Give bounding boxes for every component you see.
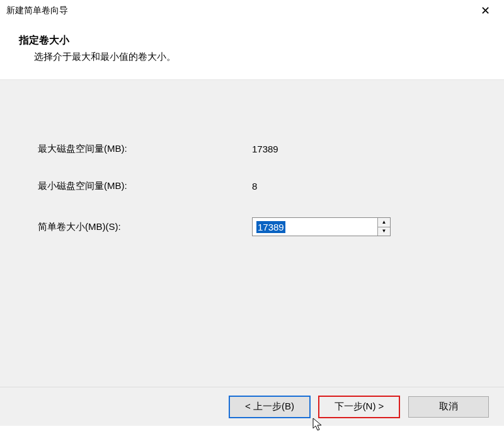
- spinner-up-icon[interactable]: ▲: [378, 218, 390, 227]
- volume-size-input[interactable]: 17389: [253, 218, 377, 236]
- max-disk-value: 17389: [252, 144, 278, 154]
- max-disk-label: 最大磁盘空间量(MB):: [38, 143, 252, 155]
- wizard-header: 指定卷大小 选择介于最大和最小值的卷大小。: [0, 21, 504, 79]
- volume-size-spinner[interactable]: 17389 ▲ ▼: [252, 217, 391, 236]
- spinner-buttons: ▲ ▼: [377, 218, 390, 236]
- page-subtitle: 选择介于最大和最小值的卷大小。: [19, 51, 485, 63]
- page-title: 指定卷大小: [19, 34, 485, 47]
- volume-size-value[interactable]: 17389: [256, 221, 285, 233]
- spinner-down-icon[interactable]: ▼: [378, 227, 390, 236]
- close-icon[interactable]: ✕: [476, 3, 495, 19]
- titlebar: 新建简单卷向导 ✕: [0, 0, 504, 21]
- wizard-footer: < 上一步(B) 下一步(N) > 取消: [0, 387, 504, 426]
- min-disk-row: 最小磁盘空间量(MB): 8: [38, 180, 466, 192]
- max-disk-row: 最大磁盘空间量(MB): 17389: [38, 143, 466, 155]
- wizard-content: 最大磁盘空间量(MB): 17389 最小磁盘空间量(MB): 8 简单卷大小(…: [0, 80, 504, 387]
- window-title: 新建简单卷向导: [6, 5, 68, 16]
- cancel-button[interactable]: 取消: [408, 396, 489, 418]
- volume-size-label: 简单卷大小(MB)(S):: [38, 221, 252, 233]
- next-button[interactable]: 下一步(N) >: [319, 396, 399, 418]
- min-disk-value: 8: [252, 181, 257, 191]
- back-button[interactable]: < 上一步(B): [229, 396, 310, 418]
- min-disk-label: 最小磁盘空间量(MB):: [38, 180, 252, 192]
- volume-size-row: 简单卷大小(MB)(S): 17389 ▲ ▼: [38, 217, 466, 236]
